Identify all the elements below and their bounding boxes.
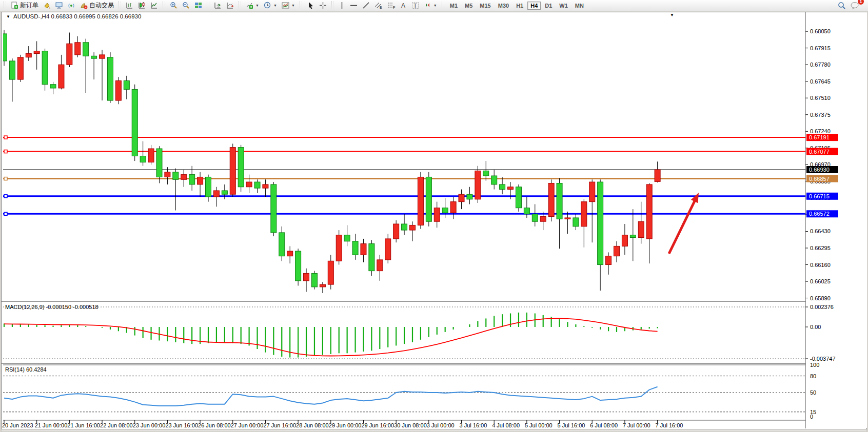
toolbar-grip[interactable] [442, 2, 444, 9]
crosshair-tool-button[interactable] [317, 0, 329, 11]
svg-text:A: A [401, 2, 405, 9]
line-anchor-handle[interactable] [4, 177, 7, 180]
candlestick [304, 273, 309, 280]
line-anchor-handle[interactable] [4, 195, 7, 198]
price-axis-tick-label: 0.67240 [810, 128, 831, 134]
autotrading-button[interactable]: 自动交易 [78, 0, 116, 11]
macd-histogram-bar [110, 327, 111, 330]
fibonacci-tool-button[interactable]: F [385, 0, 398, 11]
bar-chart-mode-button[interactable] [124, 0, 135, 11]
trendline-tool-button[interactable] [360, 0, 372, 11]
horizontal-line-tool-button[interactable] [348, 0, 360, 11]
candlestick [328, 261, 333, 284]
candlestick [598, 182, 603, 264]
zoom-in-button[interactable] [168, 0, 180, 11]
macd-histogram-bar [167, 327, 168, 341]
radar-signal-icon [68, 2, 75, 9]
macd-histogram-bar [363, 327, 364, 352]
candlestick [614, 246, 620, 256]
templates-button[interactable]: ▼ [280, 0, 297, 11]
toolbar-grip[interactable] [300, 2, 302, 9]
tab-timeframe-mn[interactable]: MN [572, 2, 587, 10]
price-axis-tick-label: 0.67915 [810, 45, 831, 51]
macd-histogram-bar [289, 327, 290, 358]
search-button[interactable] [836, 0, 848, 11]
line-anchor-handle[interactable] [4, 136, 7, 139]
candlestick [67, 44, 72, 65]
market-watch-button[interactable] [53, 0, 65, 11]
chart-ohlc-title: AUDUSD-,H4 0.66833 0.66995 0.66826 0.669… [13, 13, 141, 19]
candlestick [540, 217, 546, 222]
toolbar-grip[interactable] [239, 2, 241, 9]
auto-scroll-button[interactable] [212, 0, 224, 11]
candlestick [279, 233, 285, 256]
tile-windows-button[interactable] [192, 0, 204, 11]
candlestick [222, 191, 227, 194]
price-axis-tick-label: 0.65890 [810, 295, 831, 301]
time-axis-label: 21 Jun 16:00 [67, 422, 100, 428]
macd-histogram-bar [118, 327, 119, 331]
symbol-dropdown-icon: ▼ [6, 14, 10, 19]
toolbar-grip[interactable] [163, 2, 165, 9]
tab-timeframe-h1[interactable]: H1 [513, 2, 526, 10]
tab-timeframe-d1[interactable]: D1 [542, 2, 555, 10]
zoom-out-button[interactable] [180, 0, 192, 11]
macd-histogram-bar [412, 327, 413, 342]
line-anchor-handle[interactable] [4, 212, 7, 215]
chart-styler-button[interactable] [41, 0, 53, 11]
line-chart-mode-button[interactable] [148, 0, 160, 11]
tab-timeframe-w1[interactable]: W1 [556, 2, 571, 10]
candlestick [606, 256, 611, 265]
time-axis-label: 3 Jul 00:00 [427, 422, 455, 428]
new-order-button[interactable]: 新订单 [9, 0, 41, 11]
macd-histogram-bar [61, 325, 62, 327]
price-axis-tick-label: 0.67375 [810, 112, 831, 118]
chart-shift-button[interactable] [224, 0, 236, 11]
time-axis-label: 4 Jul 08:00 [492, 422, 520, 428]
toolbar-grip[interactable] [4, 2, 6, 9]
tab-timeframe-m15[interactable]: M15 [477, 2, 494, 10]
candlestick [206, 177, 211, 197]
vertical-line-tool-button[interactable] [337, 0, 347, 11]
signals-button[interactable] [66, 0, 77, 11]
candlestick [442, 208, 448, 213]
text-label-tool-button[interactable]: T [409, 0, 421, 11]
new-order-icon [11, 2, 18, 9]
tab-timeframe-m5[interactable]: M5 [462, 2, 476, 10]
equidistant-channel-tool-button[interactable]: E [372, 0, 385, 11]
candlestick [426, 177, 431, 221]
candlestick [532, 214, 538, 221]
price-line-axis-label-text: 0.66715 [809, 193, 830, 199]
candlestick [124, 81, 129, 90]
time-axis-label: 3 Jul 16:00 [460, 422, 487, 428]
price-line-axis-label-text: 0.67191 [809, 134, 830, 140]
macd-histogram-bar [265, 327, 266, 353]
macd-histogram-bar [526, 313, 527, 327]
candlestick [410, 225, 416, 230]
candlestick-mode-button[interactable] [136, 0, 148, 11]
tab-timeframe-h4[interactable]: H4 [527, 2, 541, 10]
cursor-tool-button[interactable] [305, 0, 317, 11]
tab-timeframe-m30[interactable]: M30 [495, 2, 512, 10]
periods-button[interactable]: ▼ [262, 0, 279, 11]
notification-badge: 1 [858, 0, 864, 5]
indicators-button[interactable]: ▼ [244, 0, 261, 11]
macd-histogram-bar [330, 327, 331, 354]
candlestick [189, 175, 195, 184]
toolbar-grip[interactable] [207, 2, 209, 9]
chevron-down-icon: ▼ [273, 4, 277, 7]
candlestick [83, 43, 89, 56]
line-anchor-handle[interactable] [4, 150, 7, 153]
candlestick [630, 235, 636, 238]
text-tool-button[interactable]: A [398, 0, 409, 11]
toolbar-grip[interactable] [119, 2, 121, 9]
arrows-tool-button[interactable]: ▼ [422, 0, 439, 11]
toolbar-grip[interactable] [331, 2, 334, 9]
candlestick [198, 177, 203, 184]
macd-histogram-bar [445, 327, 446, 332]
notifications-button[interactable]: 1 [849, 0, 861, 11]
macd-histogram-bar [354, 327, 356, 353]
macd-histogram-bar [387, 327, 388, 347]
tab-timeframe-m1[interactable]: M1 [447, 2, 461, 10]
macd-histogram-bar [510, 314, 511, 327]
